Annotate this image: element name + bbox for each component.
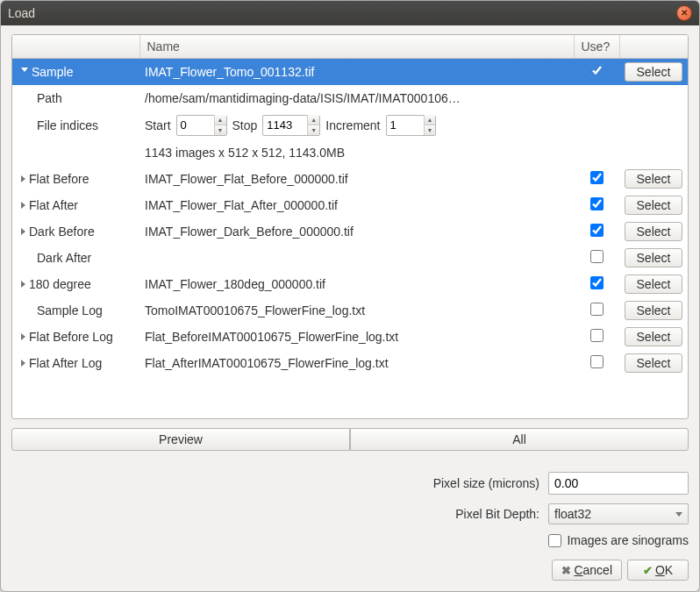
stop-label: Stop bbox=[232, 118, 258, 132]
row-flat-before-log[interactable]: Flat Before Log Flat_BeforeIMAT00010675_… bbox=[12, 324, 688, 350]
stop-input[interactable] bbox=[263, 117, 307, 133]
titlebar[interactable]: Load ✕ bbox=[1, 1, 699, 25]
pixel-size-spinbox[interactable]: ▲▼ bbox=[548, 472, 689, 495]
dataset-table: Name Use? Sample IMAT_Flower_Tomo_001132… bbox=[11, 34, 689, 419]
chevron-right-icon[interactable] bbox=[21, 202, 25, 209]
cell-name: IMAT_Flower_Flat_Before_000000.tif bbox=[139, 166, 574, 192]
spin-down-icon[interactable]: ▼ bbox=[425, 125, 436, 135]
increment-input[interactable] bbox=[387, 117, 424, 133]
column-header-select[interactable] bbox=[619, 35, 688, 58]
select-button-dark-before[interactable]: Select bbox=[625, 222, 682, 241]
dialog-content: Name Use? Sample IMAT_Flower_Tomo_001132… bbox=[1, 25, 699, 591]
close-icon: ✕ bbox=[681, 9, 688, 18]
row-label: Flat Before Log bbox=[29, 330, 113, 344]
sinograms-label: Images are sinograms bbox=[567, 533, 689, 547]
use-checkbox-sample[interactable] bbox=[590, 64, 604, 77]
cell-name: IMAT_Flower_Tomo_001132.tif bbox=[139, 58, 574, 85]
row-dark-before[interactable]: Dark Before IMAT_Flower_Dark_Before_0000… bbox=[12, 218, 688, 245]
use-checkbox-sample-log[interactable] bbox=[590, 303, 604, 316]
select-button-dark-after[interactable]: Select bbox=[625, 248, 682, 267]
start-input[interactable] bbox=[177, 117, 214, 133]
cancel-text: ancel bbox=[583, 563, 612, 577]
bit-depth-select[interactable]: float32 bbox=[548, 503, 689, 524]
use-checkbox-flat-before-log[interactable] bbox=[590, 329, 604, 342]
column-header-blank[interactable] bbox=[12, 35, 139, 58]
use-checkbox-flat-after-log[interactable] bbox=[590, 355, 604, 368]
pixel-size-input[interactable] bbox=[549, 474, 700, 493]
increment-label: Increment bbox=[325, 118, 380, 132]
row-label: File indices bbox=[37, 118, 98, 132]
increment-spinbox[interactable]: ▲▼ bbox=[386, 115, 437, 136]
cell-name: Flat_BeforeIMAT00010675_FlowerFine_log.t… bbox=[139, 324, 574, 350]
spin-up-icon[interactable]: ▲ bbox=[215, 115, 226, 125]
row-dark-after[interactable]: Dark After Select bbox=[12, 245, 688, 271]
row-flat-after[interactable]: Flat After IMAT_Flower_Flat_After_000000… bbox=[12, 192, 688, 218]
chevron-right-icon[interactable] bbox=[21, 175, 25, 182]
cell-name: TomoIMAT00010675_FlowerFine_log.txt bbox=[139, 297, 574, 324]
select-button-flat-after-log[interactable]: Select bbox=[625, 353, 682, 373]
row-stats: 1143 images x 512 x 512, 1143.0MB bbox=[12, 139, 688, 166]
check-icon: ✔ bbox=[643, 564, 653, 577]
close-button[interactable]: ✕ bbox=[676, 5, 692, 21]
form-area: Pixel size (microns) ▲▼ Pixel Bit Depth:… bbox=[11, 472, 689, 581]
chevron-right-icon[interactable] bbox=[21, 228, 25, 235]
use-checkbox-flat-before[interactable] bbox=[590, 171, 604, 184]
row-sample-log[interactable]: Sample Log TomoIMAT00010675_FlowerFine_l… bbox=[12, 297, 688, 324]
cell-path: /home/sam/mantidimaging-data/ISIS/IMAT/I… bbox=[139, 85, 688, 111]
preview-button[interactable]: Preview bbox=[11, 428, 350, 451]
chevron-right-icon[interactable] bbox=[21, 360, 25, 367]
table-header-row: Name Use? bbox=[12, 35, 688, 58]
use-checkbox-dark-after[interactable] bbox=[590, 250, 604, 263]
row-flat-before[interactable]: Flat Before IMAT_Flower_Flat_Before_0000… bbox=[12, 166, 688, 192]
stats-text: 1143 images x 512 x 512, 1143.0MB bbox=[139, 139, 688, 166]
column-header-name[interactable]: Name bbox=[139, 35, 574, 58]
column-header-use[interactable]: Use? bbox=[574, 35, 619, 58]
ok-text: K bbox=[665, 563, 673, 577]
close-icon: ✖ bbox=[561, 564, 571, 577]
row-flat-after-log[interactable]: Flat After Log Flat_AfterIMAT00010675_Fl… bbox=[12, 350, 688, 376]
spin-up-icon[interactable]: ▲ bbox=[308, 115, 319, 125]
cell-name: IMAT_Flower_180deg_000000.tif bbox=[139, 271, 574, 297]
chevron-right-icon[interactable] bbox=[21, 281, 25, 288]
spin-down-icon[interactable]: ▼ bbox=[308, 125, 319, 135]
all-button[interactable]: All bbox=[350, 428, 689, 451]
spin-up-icon[interactable]: ▲ bbox=[425, 115, 436, 125]
start-label: Start bbox=[145, 118, 171, 132]
row-label: Dark Before bbox=[29, 225, 95, 239]
cell-name: IMAT_Flower_Flat_After_000000.tif bbox=[139, 192, 574, 218]
row-label: Flat After bbox=[29, 198, 78, 212]
row-180-degree[interactable]: 180 degree IMAT_Flower_180deg_000000.tif… bbox=[12, 271, 688, 297]
chevron-down-icon[interactable] bbox=[21, 68, 28, 75]
cell-name bbox=[139, 245, 574, 271]
preview-all-row: Preview All bbox=[11, 428, 689, 451]
sinograms-checkbox[interactable] bbox=[548, 534, 561, 547]
row-path: Path /home/sam/mantidimaging-data/ISIS/I… bbox=[12, 85, 688, 111]
select-button-flat-after[interactable]: Select bbox=[625, 196, 682, 215]
select-button-180-degree[interactable]: Select bbox=[625, 275, 682, 294]
select-button-flat-before[interactable]: Select bbox=[625, 169, 682, 189]
pixel-size-label: Pixel size (microns) bbox=[433, 476, 539, 490]
select-button-sample[interactable]: Select bbox=[625, 62, 682, 82]
cell-name: IMAT_Flower_Dark_Before_000000.tif bbox=[139, 218, 574, 245]
select-button-flat-before-log[interactable]: Select bbox=[625, 327, 682, 346]
use-checkbox-180-degree[interactable] bbox=[590, 276, 604, 289]
use-checkbox-flat-after[interactable] bbox=[590, 197, 604, 210]
select-button-sample-log[interactable]: Select bbox=[625, 301, 682, 320]
bit-depth-value: float32 bbox=[554, 507, 591, 521]
chevron-right-icon[interactable] bbox=[21, 333, 25, 340]
row-label: Dark After bbox=[37, 251, 91, 265]
cancel-button[interactable]: ✖Cancel bbox=[552, 560, 622, 581]
row-label: Sample bbox=[32, 65, 73, 79]
start-spinbox[interactable]: ▲▼ bbox=[176, 115, 227, 136]
stop-spinbox[interactable]: ▲▼ bbox=[262, 115, 320, 136]
window-title: Load bbox=[8, 6, 676, 20]
cell-name: Flat_AfterIMAT00010675_FlowerFine_log.tx… bbox=[139, 350, 574, 376]
row-sample[interactable]: Sample IMAT_Flower_Tomo_001132.tif Selec… bbox=[12, 58, 688, 85]
chevron-down-icon bbox=[675, 512, 682, 517]
ok-button[interactable]: ✔OK bbox=[627, 560, 689, 581]
row-label: 180 degree bbox=[29, 277, 91, 291]
spin-down-icon[interactable]: ▼ bbox=[215, 125, 226, 135]
row-label: Flat After Log bbox=[29, 356, 102, 370]
row-label: Path bbox=[37, 91, 62, 105]
use-checkbox-dark-before[interactable] bbox=[590, 224, 604, 237]
